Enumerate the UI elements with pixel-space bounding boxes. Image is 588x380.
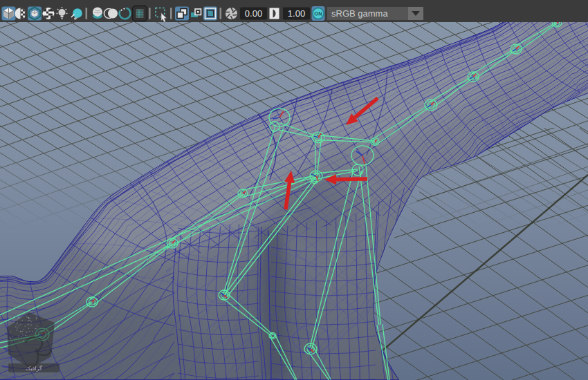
svg-text:گرافیک: گرافیک	[26, 365, 42, 372]
svg-text:0.00: 0.00	[245, 8, 262, 19]
svg-text:ON: ON	[314, 10, 322, 17]
svg-text:sRGB gamma: sRGB gamma	[331, 8, 388, 19]
svg-text:1.00: 1.00	[288, 8, 305, 19]
